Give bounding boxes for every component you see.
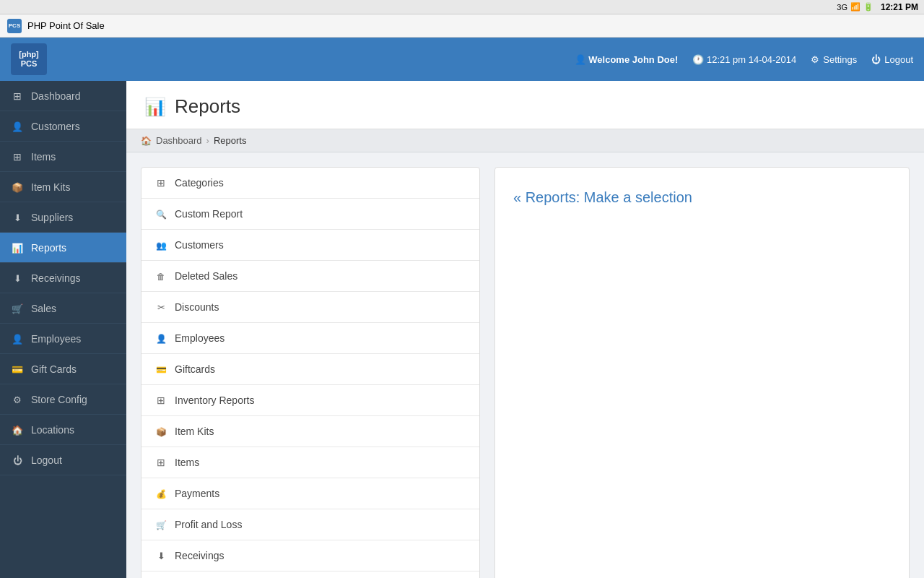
status-bar: 3G 📶 🔋 12:21 PM: [0, 0, 924, 14]
report-label-receivings: Receivings: [175, 550, 224, 561]
sidebar-label-customers: Customers: [31, 121, 80, 132]
sidebar-item-itemkits[interactable]: Item Kits: [0, 172, 126, 202]
employees-report-icon: [154, 332, 167, 344]
discounts-icon: [154, 301, 167, 313]
sidebar-item-items[interactable]: Items: [0, 142, 126, 172]
report-label-customreport: Custom Report: [175, 208, 243, 220]
report-label-customers: Customers: [175, 239, 224, 251]
sidebar-item-sales[interactable]: Sales: [0, 293, 126, 324]
report-item-employees[interactable]: Employees: [141, 323, 479, 354]
sidebar-label-giftcards: Gift Cards: [31, 363, 77, 375]
page-header-icon: 📊: [144, 97, 166, 117]
report-label-giftcards: Giftcards: [175, 363, 215, 375]
sidebar-logout-icon: [11, 454, 24, 466]
breadcrumb: Dashboard › Reports: [126, 129, 924, 152]
page-header: 📊 Reports: [126, 81, 924, 129]
sidebar-label-logout: Logout: [31, 454, 62, 466]
report-label-categories: Categories: [175, 177, 224, 189]
app-logo-small: PCS: [7, 19, 22, 33]
report-item-profitloss[interactable]: Profit and Loss: [141, 509, 479, 540]
report-label-itemkits: Item Kits: [175, 426, 214, 437]
report-label-profitloss: Profit and Loss: [175, 519, 242, 530]
sidebar-label-employees: Employees: [31, 333, 81, 345]
sidebar-item-dashboard[interactable]: Dashboard: [0, 81, 126, 111]
main-content: 📊 Reports Dashboard › Reports Categories…: [126, 81, 924, 578]
receivings-icon: [11, 272, 24, 284]
report-item-receivings[interactable]: Receivings: [141, 540, 479, 571]
sidebar-label-receivings: Receivings: [31, 272, 80, 284]
items-report-icon: [154, 457, 167, 468]
profitloss-icon: [154, 519, 167, 530]
report-label-inventoryreports: Inventory Reports: [175, 394, 255, 406]
wifi-icon: 📶: [850, 2, 860, 12]
status-icons: 3G 📶 🔋 12:21 PM: [837, 2, 918, 12]
report-item-deletedsales[interactable]: Deleted Sales: [141, 261, 479, 292]
suppliers-icon: [11, 211, 24, 223]
nav-right: Welcome John Doe! 12:21 pm 14-04-2014 Se…: [575, 54, 913, 65]
payments-icon: [154, 488, 167, 499]
sidebar-item-locations[interactable]: Locations: [0, 415, 126, 445]
receivings-report-icon: [154, 550, 167, 561]
breadcrumb-home-icon: [141, 135, 152, 146]
sidebar-label-itemkits: Item Kits: [31, 181, 70, 193]
page-title: Reports: [175, 95, 240, 118]
itemkits-report-icon: [154, 426, 167, 437]
sidebar-label-reports: Reports: [31, 242, 66, 254]
sidebar: Dashboard Customers Items Item Kits Supp…: [0, 81, 126, 578]
sidebar-item-storeconfig[interactable]: Store Config: [0, 384, 126, 415]
categories-icon: [154, 177, 167, 189]
nav-settings-icon: [811, 54, 819, 65]
breadcrumb-home-link[interactable]: Dashboard: [156, 135, 202, 146]
sidebar-label-locations: Locations: [31, 424, 74, 436]
report-item-discounts[interactable]: Discounts: [141, 292, 479, 323]
report-list: Categories Custom Report Customers Delet…: [141, 167, 480, 578]
report-label-discounts: Discounts: [175, 301, 219, 313]
logo-text: [php]PCS: [19, 50, 38, 69]
sidebar-item-receivings[interactable]: Receivings: [0, 263, 126, 293]
giftcards-report-icon: [154, 363, 167, 375]
locations-icon: [11, 423, 24, 436]
report-item-items[interactable]: Items: [141, 447, 479, 478]
sidebar-label-suppliers: Suppliers: [31, 212, 73, 223]
report-item-sales[interactable]: Sales: [141, 571, 479, 578]
report-item-customers[interactable]: Customers: [141, 230, 479, 261]
sidebar-item-logout[interactable]: Logout: [0, 445, 126, 475]
deletedsales-icon: [154, 270, 167, 282]
storeconfig-icon: [11, 393, 24, 405]
report-item-payments[interactable]: Payments: [141, 478, 479, 509]
sidebar-label-dashboard: Dashboard: [31, 90, 81, 102]
inventory-icon: [154, 394, 167, 406]
dashboard-icon: [11, 90, 24, 102]
sidebar-item-giftcards[interactable]: Gift Cards: [0, 354, 126, 384]
sidebar-label-items: Items: [31, 151, 56, 163]
report-item-itemkits[interactable]: Item Kits: [141, 416, 479, 447]
sidebar-item-customers[interactable]: Customers: [0, 111, 126, 142]
customreport-icon: [154, 208, 167, 220]
logout-link[interactable]: Logout: [871, 54, 913, 65]
signal-icon: 3G: [837, 3, 847, 12]
report-label-deletedsales: Deleted Sales: [175, 270, 237, 282]
breadcrumb-separator: ›: [206, 135, 209, 146]
content-area: Categories Custom Report Customers Delet…: [126, 152, 924, 578]
report-item-categories[interactable]: Categories: [141, 168, 479, 199]
welcome-message: Welcome John Doe!: [575, 54, 679, 65]
breadcrumb-current: Reports: [214, 135, 247, 146]
sidebar-item-employees[interactable]: Employees: [0, 324, 126, 354]
nav-clock-icon: [692, 54, 704, 65]
report-label-employees: Employees: [175, 332, 225, 344]
status-time: 12:21 PM: [881, 2, 918, 12]
settings-link[interactable]: Settings: [811, 54, 857, 65]
sidebar-label-storeconfig: Store Config: [31, 394, 87, 405]
sidebar-label-sales: Sales: [31, 303, 56, 314]
sidebar-item-suppliers[interactable]: Suppliers: [0, 202, 126, 233]
customers-report-icon: [154, 239, 167, 251]
report-item-inventoryreports[interactable]: Inventory Reports: [141, 385, 479, 416]
top-nav: [php]PCS Welcome John Doe! 12:21 pm 14-0…: [0, 38, 924, 81]
nav-logout-icon: [871, 54, 881, 65]
giftcards-icon: [11, 363, 24, 375]
pcs-logo: [php]PCS: [11, 43, 47, 75]
report-item-giftcards[interactable]: Giftcards: [141, 354, 479, 385]
report-item-customreport[interactable]: Custom Report: [141, 199, 479, 230]
customers-icon: [11, 120, 24, 132]
sidebar-item-reports[interactable]: Reports: [0, 233, 126, 263]
